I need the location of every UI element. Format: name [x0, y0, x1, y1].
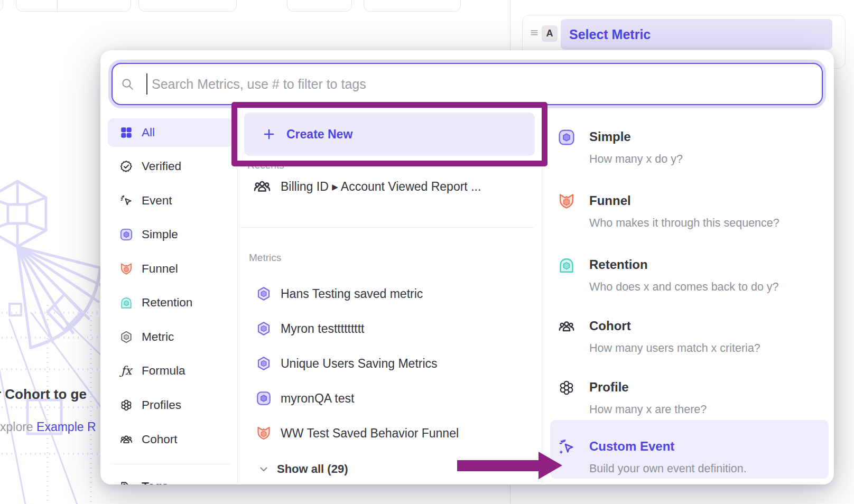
metric-type-cohort[interactable]: Cohort How many users match x criteria? — [547, 313, 822, 361]
toolbar-button-line[interactable]: Line — [364, 0, 461, 12]
backdrop-headline: r Cohort to ge — [0, 386, 87, 403]
cohort-people-icon — [119, 433, 133, 446]
sidebar-item-label: Simple — [142, 220, 178, 249]
sidebar-item-verified[interactable]: Verified — [108, 152, 234, 181]
type-title: Retention — [589, 256, 648, 274]
sidebar-item-label: Funnel — [142, 255, 178, 283]
metric-type-simple[interactable]: Simple How many x do y? — [547, 124, 822, 172]
sidebar-item-event[interactable]: Event — [108, 186, 234, 215]
sidebar-item-label: Metric — [142, 323, 174, 351]
metric-item[interactable]: WW Test Saved Behavior Funnel — [244, 418, 532, 448]
sidebar-item-label: Event — [142, 186, 172, 215]
type-description: Who does x and comes back to do y? — [589, 279, 779, 294]
sidebar-item-label: Retention — [142, 288, 192, 317]
metric-type-profile[interactable]: Profile How many x are there? — [547, 375, 822, 422]
search-input[interactable] — [112, 63, 823, 105]
recent-item[interactable]: Billing ID ▸ Account Viewed Report ... — [244, 175, 532, 198]
metric-hexagon-icon — [119, 330, 133, 344]
formula-icon: ƒx — [119, 364, 133, 378]
type-description: How many users match x criteria? — [589, 341, 760, 356]
type-title: Custom Event — [589, 437, 674, 455]
recents-heading: Recents — [247, 158, 284, 173]
sidebar-item-label: Profiles — [142, 391, 181, 419]
sidebar-item-all[interactable]: All — [108, 118, 234, 147]
sidebar-item-label: Formula — [142, 357, 185, 385]
divider — [240, 227, 534, 228]
retention-icon — [119, 296, 133, 310]
sidebar-item-retention[interactable]: Retention — [108, 288, 234, 317]
sidebar-item-funnel[interactable]: Funnel — [108, 255, 234, 283]
show-all-button[interactable]: Show all (29) — [244, 459, 434, 480]
cohort-people-icon — [253, 177, 272, 196]
metric-item-label: Myron testtttttttt — [281, 314, 364, 343]
custom-event-cursor-icon — [558, 438, 575, 456]
select-metric-slot[interactable]: Select Metric — [561, 19, 832, 50]
hexagon-metric-icon — [256, 321, 272, 337]
hexagon-metric-icon — [256, 356, 272, 371]
event-cursor-icon — [119, 194, 133, 208]
funnel-icon — [119, 262, 133, 276]
metric-item-label: Hans Testing saved metric — [281, 279, 423, 309]
metric-item[interactable]: myronQA test — [244, 384, 532, 413]
text-caret — [146, 73, 147, 95]
sidebar-item-cohort[interactable]: Cohort — [108, 425, 234, 454]
create-new-button[interactable]: Create New — [244, 113, 535, 156]
metric-item[interactable]: Hans Testing saved metric — [244, 279, 532, 309]
drag-handle-icon[interactable] — [529, 27, 540, 38]
type-description: How many x do y? — [589, 152, 683, 166]
backdrop-link-prefix: xplore — [0, 420, 36, 434]
metric-item[interactable]: Myron testtttttttt — [244, 314, 532, 343]
type-title: Funnel — [589, 192, 631, 210]
metric-item-label: myronQA test — [281, 384, 354, 413]
sidebar-item-metric[interactable]: Metric — [108, 323, 234, 351]
simple-icon — [558, 128, 575, 146]
divider — [111, 464, 230, 464]
grid-icon — [119, 126, 133, 139]
type-title: Simple — [589, 128, 631, 146]
sidebar-item-profiles[interactable]: Profiles — [108, 391, 234, 419]
plus-icon — [262, 127, 276, 141]
metric-type-custom-event[interactable]: Custom Event Build your own event defini… — [547, 434, 822, 481]
metric-type-retention[interactable]: Retention Who does x and comes back to d… — [547, 252, 822, 300]
metrics-heading: Metrics — [249, 250, 281, 265]
simple-icon — [119, 228, 133, 241]
toolbar-button-edge[interactable] — [0, 0, 3, 12]
sidebar-item-label: All — [142, 118, 155, 147]
type-title: Cohort — [589, 317, 631, 335]
sidebar-item-label: Cohort — [142, 425, 178, 454]
series-badge: A — [542, 25, 558, 42]
divider — [237, 109, 238, 483]
profiles-flower-icon — [119, 398, 133, 412]
profiles-flower-icon — [558, 379, 575, 397]
screen: r Cohort to ge xplore Example R 12M YTD … — [0, 0, 854, 504]
metric-item-label: Unique Users Saving Metrics — [281, 349, 438, 378]
sidebar-item-label: Tags — [142, 475, 169, 484]
funnel-icon — [558, 192, 575, 210]
type-title: Profile — [589, 378, 629, 396]
toolbar-daterange-group[interactable]: 12M YTD — [16, 0, 131, 12]
metric-item[interactable]: Unique Users Saving Metrics — [244, 349, 532, 378]
metric-item-label: WW Test Saved Behavior Funnel — [281, 418, 459, 448]
metric-picker-dialog: All Verified Event Simple Funnel Retenti… — [100, 50, 834, 484]
create-new-label: Create New — [286, 113, 352, 156]
toolbar-button-day[interactable]: Day — [287, 0, 352, 12]
type-description: Build your own event definition. — [589, 461, 747, 476]
funnel-icon — [256, 425, 272, 441]
chevron-down-icon — [258, 463, 270, 475]
sidebar-item-simple[interactable]: Simple — [108, 220, 234, 249]
recent-item-label: Billing ID ▸ Account Viewed Report ... — [281, 175, 481, 198]
hexagon-metric-icon — [256, 286, 272, 302]
type-description: Who makes it through this sequence? — [589, 216, 779, 230]
sidebar-item-label: Verified — [142, 152, 181, 181]
sidebar-item-tags[interactable]: Tags — [108, 475, 234, 484]
select-metric-label: Select Metric — [569, 19, 651, 50]
cohort-people-icon — [558, 318, 575, 335]
show-all-label: Show all (29) — [277, 459, 348, 480]
example-link[interactable]: Example R — [36, 420, 96, 434]
toolbar-button-compare[interactable]: Compare — [138, 0, 237, 12]
metric-type-funnel[interactable]: Funnel Who makes it through this sequenc… — [547, 188, 822, 236]
sidebar-item-formula[interactable]: ƒx Formula — [108, 357, 234, 385]
backdrop-link-line: xplore Example R — [0, 420, 96, 434]
simple-icon — [256, 390, 272, 406]
divider — [542, 109, 542, 483]
